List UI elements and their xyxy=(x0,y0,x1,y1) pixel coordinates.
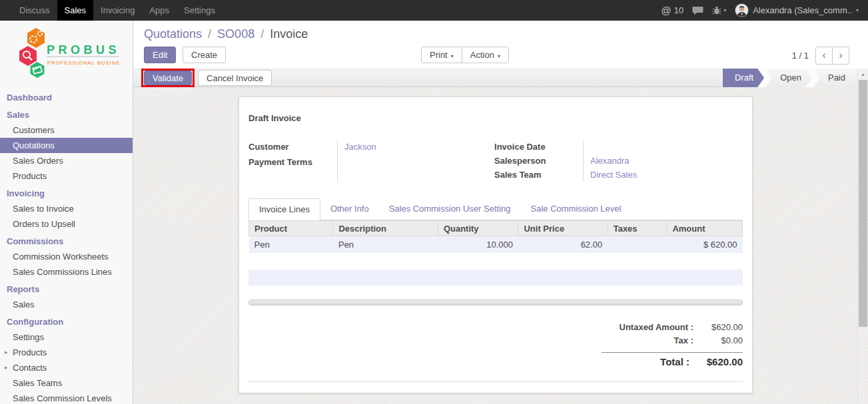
breadcrumb: Quotations / SO008 / Invoice xyxy=(144,27,853,41)
breadcrumb-quotations[interactable]: Quotations xyxy=(144,27,202,41)
field-groups: Customer Payment Terms Jackson Invoice D… xyxy=(248,140,743,182)
menu-sales[interactable]: Sales xyxy=(57,0,94,21)
vertical-scrollbar[interactable]: ▲ xyxy=(857,69,868,404)
invoice-date-label: Invoice Date xyxy=(494,140,583,154)
column-product: Product xyxy=(249,221,333,236)
debug-menu-button[interactable]: ▾ xyxy=(712,6,726,15)
tax-value: $0.00 xyxy=(700,335,743,348)
invoice-sheet: Draft Invoice Customer Payment Terms Jac… xyxy=(238,97,753,393)
sidebar-item-sales-orders[interactable]: Sales Orders xyxy=(0,153,133,168)
invoice-title: Draft Invoice xyxy=(248,113,743,123)
status-open[interactable]: Open xyxy=(765,69,812,87)
menu-invoicing[interactable]: Invoicing xyxy=(93,0,142,21)
topbar-menu: Discuss Sales Invoicing Apps Settings xyxy=(0,0,222,21)
untaxed-amount-row: Untaxed Amount : $620.00 xyxy=(602,321,743,335)
chevron-down-icon: ▾ xyxy=(856,7,859,13)
tax-label: Tax : xyxy=(602,335,700,348)
action-label: Action xyxy=(470,50,494,60)
sidebar-item-sales-teams[interactable]: Sales Teams xyxy=(0,375,133,391)
sidebar-item-quotations[interactable]: Quotations xyxy=(0,138,133,153)
left-field-group: Customer Payment Terms Jackson xyxy=(248,140,468,182)
sidebar-item-commission-worksheets[interactable]: Commission Worksheets xyxy=(0,249,133,264)
validate-button[interactable]: Validate xyxy=(144,71,192,85)
pager-previous-button[interactable]: ‹ xyxy=(815,47,833,65)
sidebar-item-sales-to-invoice[interactable]: Sales to Invoice xyxy=(0,201,133,216)
at-icon: @ xyxy=(661,5,671,16)
untaxed-amount-label: Untaxed Amount : xyxy=(602,321,700,335)
column-taxes: Taxes xyxy=(608,221,667,236)
sidebar-item-products[interactable]: Products xyxy=(0,168,133,184)
sidebar-heading-sales: Sales xyxy=(0,105,133,122)
form-view: Draft Invoice Customer Payment Terms Jac… xyxy=(133,87,857,404)
sidebar-item-sales-commission-levels[interactable]: Sales Commission Levels xyxy=(0,391,133,404)
sidebar-item-sales-commissions-lines[interactable]: Sales Commissions Lines xyxy=(0,264,133,280)
sidebar-item-label: Products xyxy=(13,347,47,357)
invoice-date-value[interactable] xyxy=(590,140,743,154)
control-panel: Quotations / SO008 / Invoice Edit Create… xyxy=(133,21,857,69)
tab-other-info[interactable]: Other Info xyxy=(320,198,379,220)
cancel-invoice-button[interactable]: Cancel Invoice xyxy=(198,70,272,86)
cell-unit-price: 62.00 xyxy=(518,236,608,253)
mentions-counter[interactable]: @ 10 xyxy=(661,5,683,16)
user-menu[interactable]: Alexandra (Sales_comm.. ▾ xyxy=(735,3,859,17)
action-menus: Print▾ Action▾ xyxy=(421,47,509,63)
table-row[interactable]: Pen Pen 10.000 62.00 $ 620.00 xyxy=(249,236,743,253)
breadcrumb-separator: / xyxy=(258,27,266,41)
sidebar-heading-invoicing: Invoicing xyxy=(0,184,133,201)
sidebar-item-reports-sales[interactable]: Sales xyxy=(0,297,133,312)
notebook-tabs: Invoice Lines Other Info Sales Commissio… xyxy=(248,198,743,220)
sales-team-value[interactable]: Direct Sales xyxy=(590,168,743,182)
print-menu-button[interactable]: Print▾ xyxy=(421,47,462,63)
breadcrumb-so008[interactable]: SO008 xyxy=(217,27,254,41)
sidebar-item-config-contacts[interactable]: ▸Contacts xyxy=(0,360,133,375)
logo-hex-green xyxy=(30,62,44,78)
table-header-row: Product Description Quantity Unit Price … xyxy=(249,221,743,236)
action-menu-button[interactable]: Action▾ xyxy=(462,47,509,63)
cell-taxes xyxy=(608,236,667,253)
tab-sale-commission-level[interactable]: Sale Commission Level xyxy=(521,198,632,220)
chat-bubble-icon xyxy=(692,6,703,15)
cell-description: Pen xyxy=(333,236,438,253)
sidebar-heading-configuration: Configuration xyxy=(0,312,133,329)
expand-caret-icon[interactable]: ▸ xyxy=(5,364,8,371)
column-unit-price: Unit Price xyxy=(518,221,608,236)
empty-note-band xyxy=(248,270,743,286)
sidebar: PROBUSE PROFESSIONAL BUSINESS Dashboard … xyxy=(0,21,133,404)
tab-invoice-lines[interactable]: Invoice Lines xyxy=(248,198,320,220)
sidebar-item-customers[interactable]: Customers xyxy=(0,122,133,138)
messages-button[interactable] xyxy=(692,6,703,15)
scrollbar-thumb[interactable] xyxy=(859,80,867,327)
sidebar-item-config-products[interactable]: ▸Products xyxy=(0,345,133,360)
customer-value[interactable]: Jackson xyxy=(344,140,468,156)
expand-caret-icon[interactable]: ▸ xyxy=(5,349,8,355)
edit-button[interactable]: Edit xyxy=(144,47,176,63)
untaxed-amount-value: $620.00 xyxy=(700,321,743,335)
total-row: Total : $620.00 xyxy=(602,352,743,368)
sidebar-item-dashboard[interactable]: Dashboard xyxy=(0,88,133,105)
logo-subtitle: PROFESSIONAL BUSINESS xyxy=(47,60,120,66)
tab-sales-commission-user-setting[interactable]: Sales Commission User Setting xyxy=(379,198,521,220)
column-amount: Amount xyxy=(667,221,743,236)
sidebar-item-label: Contacts xyxy=(13,363,47,373)
pager-next-button[interactable]: › xyxy=(832,47,849,65)
topbar: Discuss Sales Invoicing Apps Settings @ … xyxy=(0,0,868,21)
create-button[interactable]: Create xyxy=(183,47,226,63)
control-panel-buttons: Edit Create Print▾ Action▾ 1 / 1 xyxy=(144,47,853,65)
menu-discuss[interactable]: Discuss xyxy=(12,0,57,21)
avatar xyxy=(735,3,749,17)
horizontal-scrollbar[interactable] xyxy=(248,300,743,305)
customer-label: Customer xyxy=(248,140,337,156)
sidebar-heading-reports: Reports xyxy=(0,280,133,297)
invoice-lines-table: Product Description Quantity Unit Price … xyxy=(248,220,743,253)
salesperson-value[interactable]: Alexandra xyxy=(590,154,743,168)
menu-apps[interactable]: Apps xyxy=(142,0,177,21)
sidebar-item-orders-to-upsell[interactable]: Orders to Upsell xyxy=(0,216,133,232)
payment-terms-value[interactable] xyxy=(344,156,468,171)
total-label: Total : xyxy=(602,356,696,368)
status-draft[interactable]: Draft xyxy=(723,69,764,87)
sidebar-item-settings[interactable]: Settings xyxy=(0,329,133,345)
cell-quantity: 10.000 xyxy=(438,236,518,253)
scroll-up-arrow-icon[interactable]: ▲ xyxy=(858,69,868,80)
menu-settings[interactable]: Settings xyxy=(177,0,222,21)
status-paid[interactable]: Paid xyxy=(813,69,857,87)
